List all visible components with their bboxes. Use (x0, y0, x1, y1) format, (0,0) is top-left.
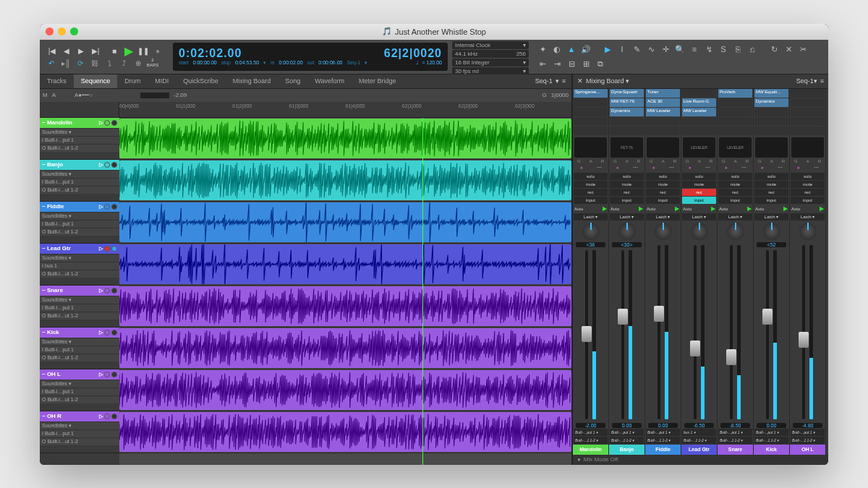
track-lane[interactable] (119, 160, 571, 202)
strip-name[interactable]: Kick (754, 445, 789, 455)
strip-input[interactable]: Built-…put 1 ▾ (646, 429, 680, 436)
rec-button[interactable]: rec (791, 189, 825, 196)
tab-song[interactable]: Song (278, 74, 307, 89)
input-button[interactable]: input (682, 197, 716, 204)
preroll-icon[interactable]: ▸║ (60, 57, 72, 69)
close-icon[interactable] (46, 27, 54, 35)
track-layer[interactable]: Soundbites ▾ (40, 212, 119, 220)
strip-name[interactable]: Banjo (609, 445, 644, 455)
fader[interactable] (585, 250, 588, 419)
insert-slot[interactable] (646, 117, 680, 126)
tab-tracks[interactable]: Tracks (40, 74, 74, 89)
tool-speaker-icon[interactable]: 🔊 (579, 43, 592, 56)
audio-clip[interactable] (119, 244, 571, 284)
insert-slot[interactable] (791, 127, 825, 135)
track-header[interactable]: ~ Snare▷ Soundbites ▾ I Built-i…put 1 O … (40, 286, 119, 328)
forward-end-icon[interactable]: ▶| (89, 44, 102, 57)
redo-icon[interactable]: ↻ (767, 43, 780, 56)
maximize-icon[interactable] (70, 27, 78, 35)
auto-play-icon[interactable]: ▶ (603, 205, 607, 212)
latch-button[interactable]: Latch ▾ (574, 213, 608, 221)
rec-button[interactable]: rec (718, 189, 752, 196)
mute-button[interactable]: mute (718, 181, 752, 188)
strip-output[interactable]: Built-…1 1-2 ▾ (682, 437, 716, 444)
punch-out-icon[interactable]: ⤴ (118, 57, 129, 69)
marker-g[interactable]: G (542, 92, 546, 98)
tool-a-icon[interactable]: ↯ (702, 43, 715, 56)
tool-wand-icon[interactable]: ✦ (536, 43, 549, 56)
auto-play-icon[interactable]: ▶ (639, 205, 643, 212)
track-header[interactable]: ~ OH R▷ Soundbites ▾ I Built-i…put 1 O B… (40, 411, 119, 453)
track-output[interactable]: O Built-i…ut 1-2 (40, 144, 119, 152)
auto-label[interactable]: Auto (610, 207, 619, 211)
auto-label[interactable]: Auto (683, 207, 692, 211)
insert-slot[interactable]: ProVerb (718, 89, 752, 98)
bars-button[interactable]: 2 BARS (147, 57, 158, 69)
insert-slot[interactable]: Springame… (574, 89, 608, 98)
insert-slot[interactable] (718, 98, 752, 107)
input-button[interactable]: input (754, 197, 788, 204)
track-lane[interactable] (119, 369, 571, 411)
insert-slot[interactable] (718, 108, 752, 116)
track-play-icon[interactable]: ▷ (99, 204, 103, 210)
insert-slot[interactable] (791, 89, 825, 98)
insert-slot[interactable] (646, 127, 680, 135)
eq-dot-icon[interactable]: ● (760, 165, 763, 171)
solo-button[interactable]: solo (574, 173, 608, 180)
input-mon-icon[interactable] (111, 372, 117, 377)
tab-waveform[interactable]: Waveform (307, 74, 352, 89)
track-input[interactable]: I Built-i…put 1 (40, 304, 119, 312)
record-arm-icon[interactable] (104, 372, 110, 377)
input-button[interactable]: input (718, 197, 752, 204)
track-input[interactable]: I Built-i…put 1 (40, 136, 119, 144)
audio-clip[interactable] (119, 370, 571, 410)
strip-output[interactable]: Built-…1 1-2 ▾ (754, 437, 788, 444)
countoff-icon[interactable]: ⊕ (132, 57, 144, 69)
clock-source[interactable]: Internal Clock▾ (452, 41, 529, 49)
latch-button[interactable]: Latch ▾ (791, 213, 825, 221)
forward-icon[interactable]: ▶ (75, 44, 88, 57)
eq-dot-icon[interactable]: ● (724, 165, 727, 171)
insert-slot[interactable] (682, 89, 716, 98)
solo-button[interactable]: solo (646, 173, 680, 180)
strip-input[interactable]: bus 1 ▾ (682, 429, 716, 436)
audio-clip[interactable] (119, 119, 571, 158)
track-lane[interactable] (119, 286, 571, 328)
auto-play-icon[interactable]: ▶ (820, 205, 824, 212)
rec-button[interactable]: rec (574, 189, 608, 196)
insert-slot[interactable] (791, 98, 825, 107)
track-input[interactable]: I Built-i…put 1 (40, 429, 119, 437)
rec-button[interactable]: rec (682, 189, 716, 196)
pointer-tool-icon[interactable]: ▶ (601, 43, 614, 56)
insert-slot[interactable]: Dyna-Squash (610, 89, 644, 98)
solo-button[interactable]: solo (718, 173, 752, 180)
marker-m[interactable]: M (43, 92, 48, 98)
track-play-icon[interactable]: ▷ (99, 288, 103, 294)
strip-input[interactable]: Built-…put 1 ▾ (791, 429, 825, 436)
rewind-start-icon[interactable]: |◀ (46, 44, 59, 57)
latch-button[interactable]: Latch ▾ (646, 213, 680, 221)
latch-button[interactable]: Latch ▾ (682, 213, 716, 221)
insert-slot[interactable] (682, 117, 716, 126)
insert-slot[interactable] (682, 127, 716, 135)
menu-icon[interactable]: ≡ (688, 43, 701, 56)
insert-slot[interactable]: MW Leveler (646, 108, 680, 116)
rec-button[interactable]: rec (646, 189, 680, 196)
track-input[interactable]: I Built-i…put 1 (40, 178, 119, 186)
overlap-icon[interactable]: ⧉ (594, 57, 607, 70)
insert-slot[interactable] (791, 117, 825, 126)
sample-rate-buffer[interactable]: 44.1 kHz256 (452, 50, 529, 58)
tab-quickscribe[interactable]: QuickScribe (176, 74, 226, 89)
audio-clip[interactable] (119, 286, 571, 326)
strip-output[interactable]: Built-…1 1-2 ▾ (791, 437, 825, 444)
fader[interactable] (766, 250, 769, 419)
rewind-icon[interactable]: ◀ (60, 44, 73, 57)
tab-drum[interactable]: Drum (117, 74, 148, 89)
track-input[interactable]: I Built-i…put 1 (40, 346, 119, 354)
counter-display[interactable]: 0:02:02.00 62|2|0020 start0:00:00.00 sto… (173, 43, 448, 71)
mute-button[interactable]: mute (610, 181, 644, 188)
mixer-seq[interactable]: Seq-1 (796, 77, 814, 85)
track-output[interactable]: O Built-i…ut 1-2 (40, 270, 119, 278)
insert-slot[interactable]: ACE 30 (646, 98, 680, 107)
ibeam-tool-icon[interactable]: I (616, 43, 629, 56)
